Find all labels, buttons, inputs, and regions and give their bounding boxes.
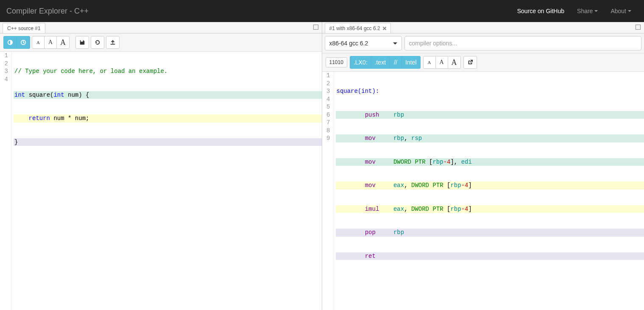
panes: C++ source #1 A A A xyxy=(0,22,644,310)
popout-button[interactable] xyxy=(463,56,477,69)
line-number: 2 xyxy=(324,80,331,88)
asm-token: , xyxy=(404,206,411,212)
asm-token: rbp xyxy=(393,112,404,118)
font-small-button[interactable]: A xyxy=(32,36,45,49)
intel-filter-button[interactable]: Intel xyxy=(401,56,420,69)
app-title: Compiler Explorer - C++ xyxy=(6,7,89,16)
code-token: return xyxy=(29,115,50,122)
asm-token: rbp xyxy=(450,182,461,189)
line-number: 5 xyxy=(324,103,331,111)
asm-token: PTR xyxy=(415,159,425,165)
asm-token: pop xyxy=(365,229,376,236)
code-token: // Type your code here, or load an examp… xyxy=(14,68,167,75)
asm-filter-group: .LX0: .text // Intel xyxy=(350,56,421,69)
about-menu[interactable]: About xyxy=(604,1,638,21)
asm-gutter: 1 2 3 4 5 6 7 8 9 xyxy=(322,72,334,310)
asm-tab[interactable]: #1 with x86-64 gcc 6.2 xyxy=(325,23,391,33)
reload-icon xyxy=(95,39,100,45)
reload-button[interactable] xyxy=(91,36,104,49)
source-gutter: 1 2 3 4 xyxy=(0,52,12,310)
asm-token: DWORD xyxy=(411,206,429,212)
code-token: int xyxy=(53,92,64,98)
asm-token: , xyxy=(404,135,411,142)
asm-token: -4 xyxy=(461,182,468,189)
asm-toolbar: 11010 .LX0: .text // Intel A A A xyxy=(322,53,644,72)
compiler-row: x86-64 gcc 6.2 xyxy=(322,34,644,53)
source-tab[interactable]: C++ source #1 xyxy=(3,23,45,33)
asm-token: edi xyxy=(461,159,472,165)
compiler-select[interactable]: x86-64 gcc 6.2 xyxy=(325,36,402,50)
colorize-group xyxy=(3,36,30,49)
font-medium-button[interactable]: A xyxy=(435,56,448,69)
source-code[interactable]: // Type your code here, or load an examp… xyxy=(12,52,322,310)
code-token: int xyxy=(14,92,25,98)
asm-token: -4 xyxy=(443,159,451,165)
font-group: A A A xyxy=(32,36,70,49)
font-medium-button[interactable]: A xyxy=(44,36,57,49)
maximize-icon[interactable] xyxy=(313,25,318,30)
font-large-button[interactable]: A xyxy=(448,56,461,69)
asm-token: eax xyxy=(393,182,404,189)
maximize-icon[interactable] xyxy=(636,25,641,30)
adjust-icon xyxy=(7,39,13,45)
caret-down-icon xyxy=(594,10,598,12)
navbar: Compiler Explorer - C++ Source on GitHub… xyxy=(0,0,644,22)
source-tab-label: C++ source #1 xyxy=(7,25,41,31)
github-link[interactable]: Source on GitHub xyxy=(511,1,571,21)
asm-tabbar: #1 with x86-64 gcc 6.2 xyxy=(322,22,644,34)
share-menu[interactable]: Share xyxy=(571,1,604,21)
upload-button[interactable] xyxy=(106,36,120,49)
asm-token: -4 xyxy=(461,206,468,212)
compiler-select-value: x86-64 gcc 6.2 xyxy=(329,40,368,47)
save-button[interactable] xyxy=(75,36,89,49)
about-label: About xyxy=(611,8,626,14)
code-token: num) { xyxy=(64,92,89,98)
asm-code[interactable]: square(int): push rbp mov rbp, rsp mov D… xyxy=(334,72,644,310)
asm-token: rbp xyxy=(393,135,404,142)
external-link-icon xyxy=(467,59,473,65)
line-number: 2 xyxy=(2,60,9,68)
auto-compile-button[interactable] xyxy=(17,36,30,49)
source-tabbar: C++ source #1 xyxy=(0,22,322,34)
colorize-toggle-button[interactable] xyxy=(3,36,17,49)
asm-token: push xyxy=(365,112,379,118)
code-token: } xyxy=(14,139,18,145)
chevron-down-icon xyxy=(393,42,397,45)
asm-pane: #1 with x86-64 gcc 6.2 x86-64 gcc 6.2 11… xyxy=(322,22,644,310)
asm-token: imul xyxy=(365,206,379,212)
asm-token: mov xyxy=(365,182,376,189)
asm-token: ret xyxy=(365,253,376,260)
asm-token: rbp xyxy=(393,229,404,236)
line-number: 8 xyxy=(324,127,331,135)
code-token: square( xyxy=(29,92,54,98)
directives-filter-button[interactable]: .text xyxy=(371,56,390,69)
share-label: Share xyxy=(577,8,593,14)
asm-token: ] xyxy=(468,182,471,189)
asm-token: square(int): xyxy=(337,88,379,95)
line-number: 4 xyxy=(324,95,331,103)
asm-token: eax xyxy=(393,206,404,212)
line-number: 7 xyxy=(324,119,331,127)
asm-token: DWORD xyxy=(393,159,411,165)
line-number: 9 xyxy=(324,134,331,142)
labels-filter-button[interactable]: .LX0: xyxy=(350,56,371,69)
asm-token: DWORD xyxy=(411,182,429,189)
caret-down-icon xyxy=(628,10,631,12)
source-editor[interactable]: 1 2 3 4 // Type your code here, or load … xyxy=(0,52,322,310)
asm-token: mov xyxy=(365,135,376,142)
asm-editor[interactable]: 1 2 3 4 5 6 7 8 9 square(int): push rbp … xyxy=(322,72,644,310)
source-toolbar: A A A xyxy=(0,34,322,52)
source-pane: C++ source #1 A A A xyxy=(0,22,322,310)
asm-font-group: A A A xyxy=(423,56,461,69)
comments-filter-button[interactable]: // xyxy=(389,56,402,69)
font-small-button[interactable]: A xyxy=(423,56,436,69)
asm-token: , xyxy=(454,159,461,165)
asm-token: rbp xyxy=(432,159,443,165)
line-number: 6 xyxy=(324,111,331,119)
clock-icon xyxy=(20,39,26,45)
line-number: 3 xyxy=(2,67,9,75)
font-large-button[interactable]: A xyxy=(56,36,70,49)
binary-toggle-button[interactable]: 11010 xyxy=(326,57,347,67)
close-icon[interactable] xyxy=(383,27,386,30)
compiler-options-input[interactable] xyxy=(404,36,642,50)
